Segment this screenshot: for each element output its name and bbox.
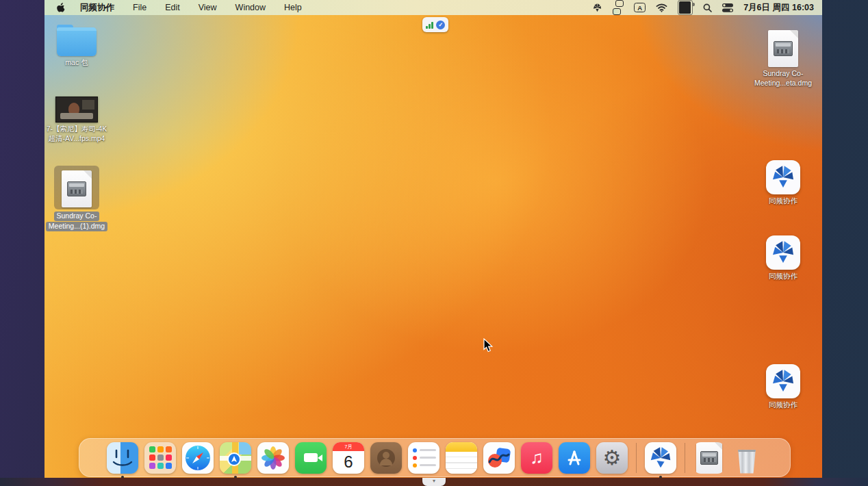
desktop-icon-sundray-dmg-beta[interactable]: Sundray Co- Meeting...eta.dmg [728,30,822,88]
desktop-icon-tongpin-app-1[interactable]: 同频协作 [728,160,822,206]
desktop-icon-tongpin-app-3[interactable]: 同频协作 [728,364,822,410]
reminders-icon [408,442,439,474]
photos-icon [257,442,289,474]
wifi-icon[interactable] [656,0,667,15]
dock: 7月 6 ♫ [79,438,791,477]
input-source-icon[interactable]: A [634,0,646,15]
menu-bar: 同频协作 File Edit View Window Help A [44,0,822,15]
dock-freeform[interactable] [482,441,516,475]
launchpad-icon [144,442,176,474]
menu-app-name[interactable]: 同频协作 [80,2,114,14]
system-settings-gear-icon: ⚙ [596,442,628,474]
floating-status-widget[interactable]: ✓ [422,17,448,32]
notes-icon [446,442,477,474]
icon-label: Sundray Co- Meeting...eta.dmg [754,69,812,88]
folder-icon [57,27,97,56]
dmg-file-icon [693,442,725,474]
calendar-icon: 7月 6 [333,442,364,474]
tongpin-pinwheel-icon [766,364,800,398]
verified-badge-icon: ✓ [436,21,445,29]
dock-contacts[interactable] [369,441,403,475]
dmg-file-icon [768,30,798,67]
dock-tongpin-xiezuo[interactable] [643,441,678,475]
dock-launchpad[interactable] [143,441,177,475]
tongpin-pinwheel-icon [766,235,800,270]
screen-mirroring-icon[interactable] [613,0,624,15]
dock-sundray-dmg-document[interactable] [692,441,726,475]
freeform-icon [483,442,515,474]
menu-edit[interactable]: Edit [165,3,180,12]
tongpin-pinwheel-icon [645,442,676,474]
menu-window[interactable]: Window [235,3,266,12]
spotlight-search-icon[interactable] [703,0,712,15]
icon-label-selected: Sundray Co- Meeting...(1).dmg [44,211,131,231]
collapse-handle-tab[interactable]: ▾ [422,478,446,486]
desktop-icon-sundray-dmg-selected[interactable]: Sundray Co- Meeting...(1).dmg [44,169,131,231]
dock-reminders[interactable] [407,441,441,475]
facetime-icon [295,442,327,474]
dmg-file-icon [62,170,92,207]
music-icon: ♫ [521,442,552,474]
app-store-icon [559,442,590,474]
copresence-pinwheel-icon[interactable] [592,0,602,15]
calendar-day: 6 [333,451,364,474]
trash-icon [731,442,763,474]
tongpin-pinwheel-icon [766,160,800,194]
menubar-clock[interactable]: 7月6日 周四 16:03 [743,2,814,14]
contacts-icon [370,442,402,474]
signal-bars-icon [426,21,433,29]
apple-icon [57,3,66,13]
input-source-label: A [634,3,646,12]
icon-label: mac 包 [65,58,88,68]
icon-label: 同频协作 [769,272,797,281]
dock-system-settings[interactable]: ⚙ [595,441,629,475]
menu-view[interactable]: View [199,3,217,12]
dock-safari[interactable] [181,441,215,475]
dock-separator [685,443,685,473]
safari-icon [182,442,214,474]
desktop-icon-sushi-video[interactable]: 7-【索尼】寿司-4K 超清-AV...fps.mp4 [44,97,131,144]
menu-file[interactable]: File [133,3,146,12]
desktop-icon-mac-folder[interactable]: mac 包 [44,27,131,68]
dock-separator [636,443,637,473]
dock-maps[interactable] [218,441,253,475]
calendar-month: 7月 [333,442,364,451]
dock-music[interactable]: ♫ [520,441,554,475]
dock-notes[interactable] [444,441,478,475]
dock-finder[interactable] [105,441,140,475]
icon-label: 7-【索尼】寿司-4K 超清-AV...fps.mp4 [47,125,107,144]
dock-facetime[interactable] [294,441,328,475]
desktop-icon-tongpin-app-2[interactable]: 同频协作 [728,235,822,281]
icon-label: 同频协作 [769,196,797,206]
dock-app-store[interactable] [557,441,591,475]
dock-calendar[interactable]: 7月 6 [331,441,366,475]
battery-icon[interactable] [678,0,693,15]
video-thumbnail-icon [55,97,98,123]
dock-photos[interactable] [256,441,290,475]
dock-trash[interactable] [730,441,764,475]
control-center-icon[interactable] [722,0,733,15]
menu-help[interactable]: Help [284,3,302,12]
icon-label: 同频协作 [769,400,797,410]
desktop-wallpaper: 同频协作 File Edit View Window Help A [44,0,822,478]
apple-menu[interactable] [57,2,66,13]
maps-icon [220,442,251,474]
finder-icon [107,442,138,474]
